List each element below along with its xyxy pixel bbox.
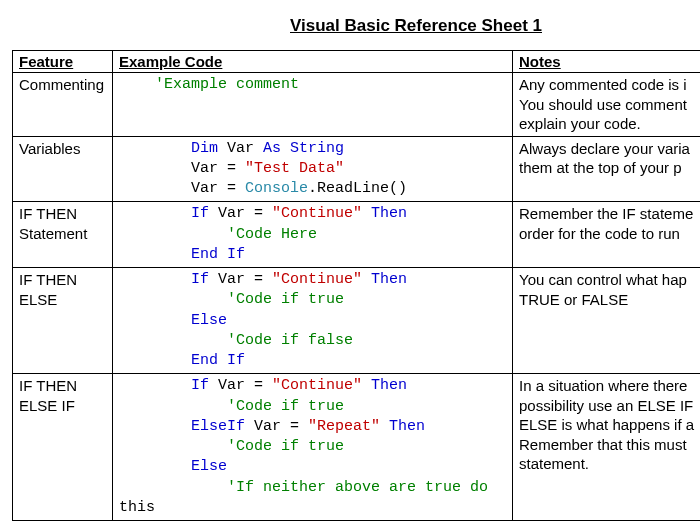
code-block: If Var = "Continue" Then 'Code Here End … xyxy=(119,204,506,265)
code-token: Var = xyxy=(209,205,272,222)
code-token: End If xyxy=(191,352,245,369)
code-token: Then xyxy=(371,205,407,222)
code-token: End If xyxy=(191,246,245,263)
code-token: 'Code if true xyxy=(227,291,344,308)
code-line: 'Code if true xyxy=(119,290,506,310)
notes-cell: Always declare your variathem at the top… xyxy=(513,136,701,202)
feature-cell: IF THEN ELSE xyxy=(13,268,113,374)
code-line: Else xyxy=(119,457,506,477)
feature-cell: Commenting xyxy=(13,73,113,137)
code-block: If Var = "Continue" Then 'Code if true E… xyxy=(119,376,506,518)
code-token: "Continue" xyxy=(272,271,362,288)
code-token: Var = xyxy=(245,418,308,435)
code-token: 'Code if true xyxy=(227,398,344,415)
code-line: If Var = "Continue" Then xyxy=(119,376,506,396)
example-code-cell: If Var = "Continue" Then 'Code if true E… xyxy=(113,268,513,374)
table-header-row: Feature Example Code Notes xyxy=(13,51,701,73)
header-notes: Notes xyxy=(513,51,701,73)
example-code-cell: If Var = "Continue" Then 'Code Here End … xyxy=(113,202,513,268)
code-token: 'Example comment xyxy=(155,76,299,93)
example-code-cell: 'Example comment xyxy=(113,73,513,137)
code-token: Then xyxy=(371,377,407,394)
code-token: Else xyxy=(191,458,227,475)
code-token: Var = xyxy=(191,160,245,177)
code-token: As String xyxy=(263,140,344,157)
header-example: Example Code xyxy=(113,51,513,73)
code-token: Then xyxy=(371,271,407,288)
code-token: If xyxy=(191,377,209,394)
feature-cell: IF THEN ELSE IF xyxy=(13,374,113,521)
code-token: Else xyxy=(191,312,227,329)
code-block: If Var = "Continue" Then 'Code if true E… xyxy=(119,270,506,371)
code-line: ElseIf Var = "Repeat" Then xyxy=(119,417,506,437)
table-row: IF THEN Statement If Var = "Continue" Th… xyxy=(13,202,701,268)
code-token: "Test Data" xyxy=(245,160,344,177)
table-row: Variables Dim Var As String Var = "Test … xyxy=(13,136,701,202)
code-token: Var xyxy=(218,140,263,157)
table-row: Commenting 'Example commentAny commented… xyxy=(13,73,701,137)
code-line: this xyxy=(119,498,506,518)
code-line: Dim Var As String xyxy=(119,139,506,159)
reference-table: Feature Example Code Notes Commenting 'E… xyxy=(12,50,700,521)
code-line: 'Code if false xyxy=(119,331,506,351)
code-line: Var = "Test Data" xyxy=(119,159,506,179)
code-token: If xyxy=(191,271,209,288)
code-token: Then xyxy=(389,418,425,435)
code-token: .ReadLine() xyxy=(308,180,407,197)
code-token: ElseIf xyxy=(191,418,245,435)
feature-cell: IF THEN Statement xyxy=(13,202,113,268)
code-block: Dim Var As String Var = "Test Data" Var … xyxy=(119,139,506,200)
code-line: End If xyxy=(119,245,506,265)
code-token xyxy=(362,377,371,394)
code-token: Console xyxy=(245,180,308,197)
code-token: 'If neither above are true do xyxy=(227,479,488,496)
notes-cell: Any commented code is iYou should use co… xyxy=(513,73,701,137)
code-token: Var = xyxy=(209,377,272,394)
notes-cell: In a situation where therepossibility us… xyxy=(513,374,701,521)
code-line: 'If neither above are true do xyxy=(119,478,506,498)
code-token: Var = xyxy=(191,180,245,197)
code-token: 'Code if false xyxy=(227,332,353,349)
code-line: If Var = "Continue" Then xyxy=(119,204,506,224)
code-token: 'Code if true xyxy=(227,438,344,455)
code-token: Dim xyxy=(191,140,218,157)
code-token: "Repeat" xyxy=(308,418,380,435)
code-line: Var = Console.ReadLine() xyxy=(119,179,506,199)
code-line: If Var = "Continue" Then xyxy=(119,270,506,290)
code-token: Var = xyxy=(209,271,272,288)
code-line: 'Code if true xyxy=(119,437,506,457)
table-row: IF THEN ELSE If Var = "Continue" Then 'C… xyxy=(13,268,701,374)
example-code-cell: If Var = "Continue" Then 'Code if true E… xyxy=(113,374,513,521)
page-title: Visual Basic Reference Sheet 1 xyxy=(12,16,700,36)
code-line: Else xyxy=(119,311,506,331)
code-line: End If xyxy=(119,351,506,371)
code-token: If xyxy=(191,205,209,222)
example-code-cell: Dim Var As String Var = "Test Data" Var … xyxy=(113,136,513,202)
code-line: 'Code Here xyxy=(119,225,506,245)
code-token: "Continue" xyxy=(272,377,362,394)
code-token: 'Code Here xyxy=(227,226,317,243)
code-line: 'Code if true xyxy=(119,397,506,417)
code-token: this xyxy=(119,499,155,516)
code-token xyxy=(362,205,371,222)
header-feature: Feature xyxy=(13,51,113,73)
notes-cell: Remember the IF statemeorder for the cod… xyxy=(513,202,701,268)
code-token: "Continue" xyxy=(272,205,362,222)
feature-cell: Variables xyxy=(13,136,113,202)
code-token xyxy=(380,418,389,435)
code-token xyxy=(362,271,371,288)
code-line: 'Example comment xyxy=(119,75,506,95)
table-row: IF THEN ELSE IF If Var = "Continue" Then… xyxy=(13,374,701,521)
code-block: 'Example comment xyxy=(119,75,506,95)
notes-cell: You can control what hapTRUE or FALSE xyxy=(513,268,701,374)
